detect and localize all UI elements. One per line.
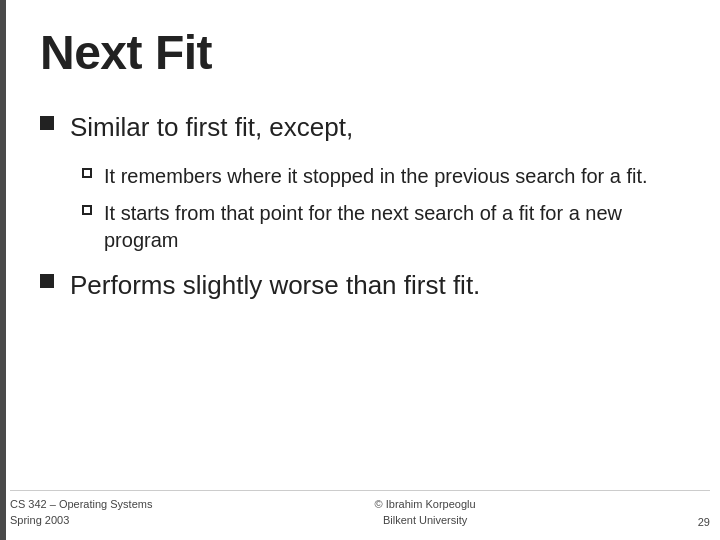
footer-left: CS 342 – Operating Systems Spring 2003 (10, 497, 152, 528)
bullet-square-1 (40, 116, 54, 130)
slide-content: Similar to first fit, except, It remembe… (40, 110, 690, 520)
footer-copyright: © Ibrahim Korpeoglu (375, 497, 476, 512)
sub-bullets-1: It remembers where it stopped in the pre… (82, 163, 690, 254)
sub-bullet-text-2: It starts from that point for the next s… (104, 200, 690, 254)
footer-page-number: 29 (698, 516, 710, 528)
footer-university: Bilkent University (375, 513, 476, 528)
bullet-square-2 (40, 274, 54, 288)
bullet-text-2: Performs slightly worse than first fit. (70, 268, 480, 303)
slide-title: Next Fit (40, 25, 690, 80)
left-border-decoration (0, 0, 6, 540)
slide-footer: CS 342 – Operating Systems Spring 2003 ©… (10, 490, 710, 528)
footer-center: © Ibrahim Korpeoglu Bilkent University (375, 497, 476, 528)
footer-course: CS 342 – Operating Systems (10, 497, 152, 512)
slide: Next Fit Similar to first fit, except, I… (0, 0, 720, 540)
bullet-text-1: Similar to first fit, except, (70, 110, 353, 145)
bullet-item-1: Similar to first fit, except, (40, 110, 690, 145)
sub-bullet-item-1: It remembers where it stopped in the pre… (82, 163, 690, 190)
sub-bullet-square-2 (82, 205, 92, 215)
sub-bullet-item-2: It starts from that point for the next s… (82, 200, 690, 254)
sub-bullet-text-1: It remembers where it stopped in the pre… (104, 163, 648, 190)
sub-bullet-square-1 (82, 168, 92, 178)
footer-semester: Spring 2003 (10, 513, 152, 528)
bullet-item-2: Performs slightly worse than first fit. (40, 268, 690, 303)
